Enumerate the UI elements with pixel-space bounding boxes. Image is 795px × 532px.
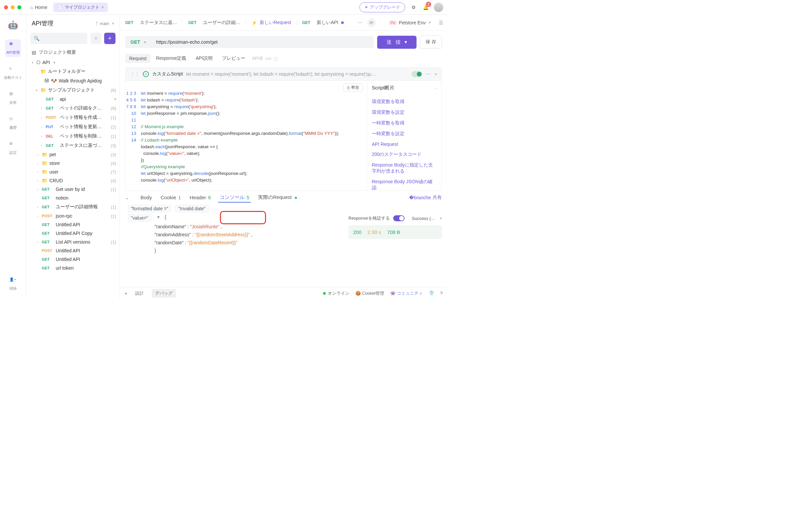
rail-history[interactable]: ◷履歴 (8, 114, 18, 132)
tree-item[interactable]: GETUntitled API Copy (26, 229, 119, 238)
format-button[interactable]: ⎙ 整形 (343, 83, 363, 92)
script-toggle[interactable] (412, 71, 422, 77)
rail-api[interactable]: ▦API管理 (5, 39, 21, 57)
tree-item[interactable]: ›POSTjson-rpc(1) (26, 212, 119, 220)
notifications-icon[interactable]: 🔔 2 (422, 4, 429, 11)
rail-invite[interactable]: 👤+招待 (8, 276, 18, 293)
success-schema[interactable]: Success (… (412, 216, 435, 221)
tree-item[interactable]: ›POSTペット情報を作成…(1) (26, 113, 119, 122)
close-tab-icon[interactable]: × (101, 5, 104, 10)
maximize-window[interactable] (17, 5, 21, 10)
tree-item[interactable]: GETnotion (26, 194, 119, 202)
response-tab-cookie[interactable]: Cookie 1 (160, 194, 181, 200)
tree-item[interactable]: ›GETList API versions(1) (26, 238, 119, 246)
method-select[interactable]: GET▾ (125, 36, 152, 48)
cookie-manager[interactable]: 🍪 Cookie管理 (356, 290, 384, 297)
tree-item[interactable]: GETUntitled API (26, 255, 119, 264)
branch-selector[interactable]: ᛘ main▾ (95, 21, 114, 26)
request-tab[interactable]: GETユーザーの詳細… (183, 15, 246, 31)
save-button[interactable]: 保 存 (420, 35, 442, 49)
url-input[interactable]: https://postman-echo.com/get (152, 36, 374, 48)
rail-autotest[interactable]: ≡自動テスト (3, 64, 24, 82)
tree-item[interactable]: ›DELペット情報を削除…(1) (26, 132, 119, 141)
feedback-icon[interactable]: 👕 (429, 291, 434, 296)
project-overview[interactable]: ▤プロジェクト概要 (26, 47, 119, 58)
rail-share[interactable]: ▧共有 (8, 90, 18, 107)
settings-icon[interactable]: ⚙ (410, 4, 417, 11)
project-tab[interactable]: 📄 マイプロジェクト × (53, 3, 108, 12)
tree-item[interactable]: 📁 ルートフォルダー (26, 67, 119, 76)
copy-icon: ▢ (274, 56, 278, 61)
doc-icon: 📄 (57, 5, 63, 10)
tree-item[interactable]: ›GETGet user by id(1) (26, 185, 119, 194)
snippet-link[interactable]: Response Body JSON値の確認 (372, 176, 437, 191)
snippet-link[interactable]: 一時変数を設定 (372, 129, 437, 139)
user-avatar[interactable] (434, 3, 443, 12)
filter-button[interactable]: ⑂ (90, 33, 101, 44)
footer-design[interactable]: 設計 (132, 289, 147, 298)
tree-item[interactable]: Ⓜ 🐶 Walk through Apidog (26, 76, 119, 86)
snippet-link[interactable]: 一時変数を取得 (372, 118, 437, 129)
snippet-link[interactable]: 200のステータスコード (372, 149, 437, 160)
response-tab-actual[interactable]: 実際のRequest● (258, 194, 297, 201)
share-response[interactable]: �branche 共有 (409, 194, 442, 201)
verify-toggle[interactable] (393, 215, 404, 221)
request-tab[interactable]: ⚡新しいRequest (246, 15, 296, 31)
tree-item[interactable]: POSTUntitled API (26, 246, 119, 255)
subtab-api-desc[interactable]: API説明 (192, 53, 216, 63)
snippet-link[interactable]: 環境変数を設定 (372, 107, 437, 118)
tree-item[interactable]: ›GETユーザーの詳細情報(1) (26, 202, 119, 212)
home-button[interactable]: ⌂ Home (27, 3, 51, 11)
response-tab-body[interactable]: Body (140, 194, 152, 200)
upgrade-label: アップグレード (370, 4, 400, 10)
tree-item[interactable]: ›📁 CRUD (4) (26, 176, 119, 185)
tree-item[interactable]: ›📁 pet (3) (26, 150, 119, 159)
subtab-preview[interactable]: プレビュー (218, 53, 249, 63)
send-button[interactable]: 送 信▾ (377, 36, 417, 49)
tree-item[interactable]: GETapi (26, 95, 119, 103)
footer-debug[interactable]: デバッグ (152, 289, 176, 298)
snippet-link[interactable]: API Request (372, 139, 437, 149)
more-tabs-icon[interactable]: ⋯ (358, 20, 362, 25)
api-name-field[interactable]: API名 </> ▢ (252, 55, 278, 61)
request-tab[interactable]: GET新しいAPI (297, 15, 349, 31)
request-tab[interactable]: GETステータスに基… (120, 15, 183, 31)
script-check-icon: ✓ (143, 71, 149, 77)
more-icon[interactable]: ⋯ (425, 72, 430, 77)
upgrade-button[interactable]: ✦ アップグレード (359, 2, 405, 12)
tree-item[interactable]: GETurl token (26, 264, 119, 272)
collapse-icon[interactable]: ▾ (435, 72, 437, 76)
add-button[interactable]: + (104, 33, 115, 44)
tree-item[interactable]: ▾⎔ API ▾ (26, 58, 119, 67)
refresh-icon[interactable]: ⟳ (367, 18, 376, 27)
expand-sidebar-icon[interactable]: « (125, 291, 127, 296)
tree-item[interactable]: ›PUTペット情報を更新…(2) (26, 122, 119, 132)
menu-icon[interactable]: ☰ (439, 20, 443, 25)
code-editor[interactable]: let moment = require('moment'); let loda… (139, 81, 367, 191)
app-logo: 🤖 (6, 18, 20, 32)
community-link[interactable]: 👾 コミュニティ (390, 290, 423, 297)
snippet-link[interactable]: 環境変数を取得 (372, 96, 437, 107)
tree-item[interactable]: ›GETステータスに基づ…(3) (26, 141, 119, 150)
rail-settings[interactable]: ⚙設定 (8, 139, 18, 157)
sparkle-icon: ✦ (364, 5, 368, 10)
collapse-response-icon[interactable]: ⌄ (125, 195, 129, 200)
response-tab-header[interactable]: Header 6 (190, 194, 211, 200)
tree-item[interactable]: ›GETペットの詳細をク…(6) (26, 103, 119, 113)
tree-item[interactable]: ›📁 store (4) (26, 159, 119, 168)
search-input[interactable]: 🔍 (31, 33, 88, 44)
snippet-link[interactable]: Response Bodyに指定した文字列が含まれる (372, 160, 437, 176)
drag-handle-icon[interactable]: ⋮⋮ (130, 72, 139, 77)
subtab-response-def[interactable]: Response定義 (152, 53, 190, 63)
expand-icon[interactable]: ▾ (157, 214, 159, 220)
response-tab-console[interactable]: コンソール 5 (220, 194, 249, 201)
environment-select[interactable]: PePetstore Env▾ (385, 19, 434, 27)
chevron-right-icon[interactable]: › (436, 86, 437, 90)
close-window[interactable] (4, 5, 8, 10)
tree-item[interactable]: GETUntitled API (26, 220, 119, 229)
tree-item[interactable]: ›📁 user (7) (26, 168, 119, 176)
subtab-request[interactable]: Request (125, 54, 151, 63)
minimize-window[interactable] (11, 5, 15, 10)
tree-item[interactable]: ▾📁 サンプルプロジェクト (6) (26, 86, 119, 95)
help-icon[interactable]: ? (440, 291, 442, 296)
